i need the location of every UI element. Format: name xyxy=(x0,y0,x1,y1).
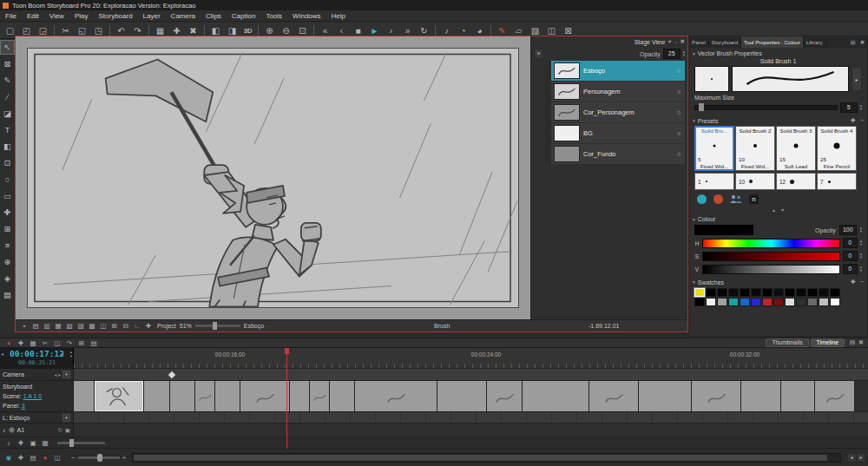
proportion-grid-icon[interactable]: ▦ xyxy=(53,322,63,330)
audio-track-label[interactable]: ♪ A1 ↻ ▣ xyxy=(0,423,74,437)
project-label[interactable]: Project xyxy=(157,323,176,329)
max-size-value[interactable]: 5 xyxy=(840,102,858,113)
colour-swatch[interactable] xyxy=(807,298,818,306)
max-size-slider[interactable] xyxy=(694,105,838,110)
colour-swatch[interactable] xyxy=(740,288,750,297)
colour-slider[interactable] xyxy=(702,239,840,248)
show-grid-icon[interactable]: ⊞ xyxy=(76,339,88,347)
paint-tool-icon[interactable]: ◧ xyxy=(1,140,14,153)
colour-swatch[interactable] xyxy=(785,298,795,306)
collapse-arrow-icon[interactable]: ▾ xyxy=(693,51,695,56)
layer-grip[interactable] xyxy=(545,82,551,102)
menu-item[interactable]: Edit xyxy=(22,12,44,20)
add-camera-keyframe-button[interactable]: + xyxy=(62,371,70,378)
scroll-up-icon[interactable]: ▴ xyxy=(773,207,775,213)
storyboard-panel[interactable] xyxy=(437,381,487,411)
eraser-tool-icon[interactable]: ◪ xyxy=(1,107,14,120)
layer-grip[interactable] xyxy=(545,102,551,122)
menu-item[interactable]: Camera xyxy=(166,12,201,20)
timeline-horizontal-scrollbar[interactable] xyxy=(132,453,841,463)
menu-item[interactable]: Help xyxy=(326,12,351,20)
split-panel-icon[interactable]: ✂ xyxy=(39,339,51,347)
collapse-layers-button[interactable]: » xyxy=(534,49,543,59)
timeline-zoom-slider[interactable] xyxy=(78,456,120,459)
max-size-stepper[interactable]: ▴▾ xyxy=(860,104,862,112)
colour-swatch[interactable] xyxy=(717,298,727,306)
colour-swatch[interactable] xyxy=(785,288,795,297)
colour-swatch[interactable] xyxy=(728,288,739,297)
menu-item[interactable]: Layer xyxy=(138,12,166,20)
grid-overlay-icon[interactable]: ▤ xyxy=(30,322,41,330)
layer-row[interactable]: Esboço ○ xyxy=(545,61,685,81)
scene-value-link[interactable]: 1 A 1 0 xyxy=(23,393,42,399)
camera-next-icon[interactable]: ▸ xyxy=(58,372,61,377)
panel-list-icon[interactable]: ▤ xyxy=(88,339,100,347)
panel-tab[interactable]: Tool Properties : Colour xyxy=(741,36,804,48)
colour-swatch[interactable] xyxy=(819,288,829,297)
menu-item[interactable]: Caption xyxy=(227,12,261,20)
storyboard-panel[interactable] xyxy=(589,381,639,411)
slider-stepper[interactable]: ▴▾ xyxy=(860,240,862,247)
layer-grip[interactable] xyxy=(545,61,551,81)
opacity-stepper[interactable]: ▴▾ xyxy=(683,50,685,58)
redo-icon[interactable]: ↷ xyxy=(63,339,76,347)
record-icon[interactable]: ▣ xyxy=(27,439,39,447)
stamp-tool-icon[interactable]: ⊡ xyxy=(1,156,14,169)
storyboard-panel[interactable] xyxy=(74,381,95,411)
colour-swatch[interactable] xyxy=(740,298,750,306)
slider-value[interactable]: 0 xyxy=(843,264,858,274)
layer-visibility-icon[interactable]: ○ xyxy=(673,109,685,115)
zoom-slider-handle[interactable] xyxy=(213,322,217,330)
canvas-zoom-slider[interactable] xyxy=(195,325,240,327)
timeline-zoom-out-icon[interactable]: − xyxy=(71,454,76,462)
timeline-zoom-handle[interactable] xyxy=(97,454,102,462)
brush-preset[interactable]: Solid Brush 3 15 Soft Lead xyxy=(776,126,816,171)
colour-swatch[interactable] xyxy=(830,288,840,297)
brush-preview-arrow-button[interactable]: ▸ xyxy=(852,67,862,91)
track-colour-icon[interactable]: ◉ xyxy=(3,454,15,462)
layer-visibility-icon[interactable]: ○ xyxy=(673,89,685,95)
slider-value[interactable]: 0 xyxy=(843,238,858,248)
colour-slider[interactable] xyxy=(702,252,840,261)
crosshair-icon[interactable]: ✚ xyxy=(143,322,154,330)
max-size-slider-handle[interactable] xyxy=(699,103,704,111)
audio-sync-icon[interactable]: ↻ xyxy=(57,427,62,434)
panel-tab[interactable]: Storyboard xyxy=(709,36,741,48)
storyboard-panel[interactable] xyxy=(815,381,855,411)
storyboard-panel[interactable] xyxy=(355,381,437,411)
scroll-down-icon[interactable]: ▾ xyxy=(781,207,784,213)
volume-slider-handle[interactable] xyxy=(69,439,74,447)
storyboard-panel[interactable] xyxy=(781,381,815,411)
panel-list-icon[interactable]: ▤ xyxy=(848,36,858,48)
collapse-arrow-icon[interactable]: ▾ xyxy=(693,279,695,285)
menu-item[interactable]: Storyboard xyxy=(93,12,137,20)
storyboard-panel[interactable] xyxy=(741,381,781,411)
timeline-close-icon[interactable]: ✖ xyxy=(857,339,865,346)
layer-list-icon[interactable]: ≡ xyxy=(1,239,14,252)
brush-preset[interactable]: Solid Bru... 5 Fixed Wid... xyxy=(694,126,734,171)
storyboard-panel[interactable] xyxy=(215,381,240,411)
layer-visibility-icon[interactable]: ○ xyxy=(673,130,685,136)
audio-settings-icon[interactable]: ♪ xyxy=(3,439,15,447)
storyboard-panel[interactable] xyxy=(240,381,290,411)
colour-swatch[interactable] xyxy=(762,288,773,297)
add-track-icon[interactable]: ✚ xyxy=(15,454,27,462)
harmony-icon[interactable]: n xyxy=(749,194,759,204)
storyboard-panel[interactable] xyxy=(170,381,195,411)
panel-colour-icon[interactable]: ● xyxy=(3,339,15,347)
current-colour-swatch[interactable] xyxy=(694,225,753,235)
brush-preset[interactable]: 12 xyxy=(776,173,816,190)
camera-track[interactable] xyxy=(74,369,868,381)
menu-item[interactable]: Play xyxy=(69,12,94,20)
track-list-icon[interactable]: ▤ xyxy=(27,454,39,462)
layer-row[interactable]: Cor_Personagem ○ xyxy=(545,102,685,122)
mask-icon[interactable]: ▧ xyxy=(64,322,75,330)
menu-item[interactable]: Windows xyxy=(287,12,326,20)
underlay-icon[interactable]: ▩ xyxy=(87,322,97,330)
canvas-area[interactable] xyxy=(16,36,530,319)
brush-preset[interactable]: 7 xyxy=(817,173,857,190)
layer-track-label[interactable]: L: Esboço + xyxy=(0,412,74,423)
layer-visibility-icon[interactable]: ○ xyxy=(673,151,685,157)
panel-tab[interactable]: Library xyxy=(804,36,826,48)
storyboard-panel[interactable] xyxy=(523,381,589,411)
